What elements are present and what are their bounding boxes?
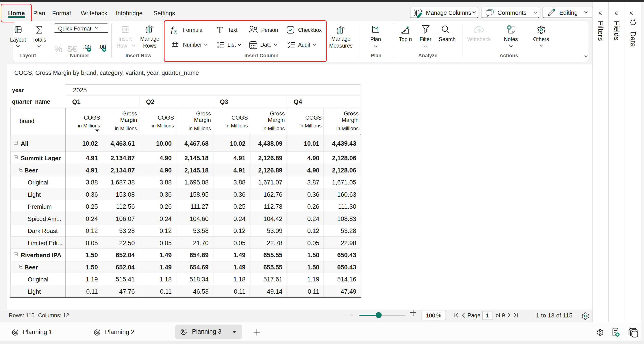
svg-text:x: x bbox=[174, 28, 177, 35]
svg-text:f: f bbox=[171, 25, 174, 34]
svg-text:T: T bbox=[217, 25, 223, 35]
